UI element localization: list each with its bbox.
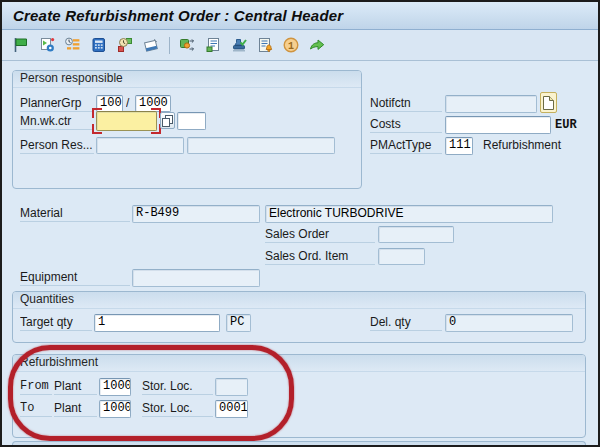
notifctn-field[interactable] (445, 95, 537, 113)
sap-window: Create Refurbishment Order : Central Hea… (0, 0, 600, 447)
document-card-icon (142, 36, 160, 54)
quantities-header: Quantities (13, 292, 585, 309)
calculate-costs-button[interactable] (89, 34, 109, 56)
order-settings-button[interactable] (37, 34, 57, 56)
material-description-field[interactable]: Electronic TURBODRIVE (265, 205, 553, 223)
copy-pages-icon (162, 115, 173, 127)
new-document-icon (543, 96, 554, 110)
content-area: Person responsible PlannerGrp 100 / 1000… (2, 61, 598, 445)
mnwkctr-field[interactable] (96, 111, 157, 131)
mnwkctr-multiselect-button[interactable] (160, 112, 175, 129)
component-structure-button[interactable] (177, 34, 197, 56)
svg-text:1: 1 (288, 41, 294, 52)
partial-groupbox-bottom (12, 441, 586, 445)
notifctn-label: Notifctn (370, 95, 442, 112)
continue-arrow-button[interactable] (307, 34, 327, 56)
person-res-field-1[interactable] (96, 137, 184, 154)
sales-order-label: Sales Order (265, 226, 375, 243)
plannergrp-separator: / (126, 95, 134, 112)
title-bar: Create Refurbishment Order : Central Hea… (2, 2, 598, 30)
sales-ord-item-label: Sales Ord. Item (265, 248, 375, 265)
target-qty-label: Target qty (20, 314, 92, 331)
equipment-label: Equipment (20, 269, 130, 286)
sales-order-field[interactable] (378, 226, 454, 243)
calculator-icon (90, 36, 108, 54)
application-toolbar: 1 (2, 30, 598, 61)
green-arrow-icon (308, 36, 326, 54)
create-notification-button[interactable] (540, 92, 557, 113)
toolbar-separator (169, 37, 170, 54)
costs-field[interactable] (445, 116, 551, 134)
mnwkctr-label: Mn.wk.ctr (20, 113, 94, 130)
approve-stamp-button[interactable] (229, 34, 249, 56)
pmacttype-label: PMActType (370, 137, 442, 154)
availability-check-icon (116, 36, 134, 54)
page-title: Create Refurbishment Order : Central Hea… (13, 7, 343, 24)
person-res-label: Person Res... (20, 137, 94, 154)
release-flag-icon (12, 36, 30, 54)
pmacttype-text: Refurbishment (483, 137, 598, 154)
material-field[interactable]: R-B499 (132, 205, 260, 223)
component-structure-icon (178, 36, 196, 54)
document-overview-button[interactable] (141, 34, 161, 56)
checklist-bell-icon (256, 36, 274, 54)
availability-check-button[interactable] (115, 34, 135, 56)
operation-overview-icon (64, 36, 82, 54)
equipment-field[interactable] (132, 269, 260, 287)
person-res-field-2[interactable] (187, 137, 335, 154)
order-settings-icon (38, 36, 56, 54)
log-icon (204, 36, 222, 54)
material-label: Material (20, 205, 130, 222)
first-operation-button[interactable]: 1 (281, 34, 301, 56)
person-responsible-header: Person responsible (13, 71, 361, 88)
plannergrp-field-1[interactable]: 100 (96, 95, 123, 112)
pmacttype-field[interactable]: 111 (445, 137, 473, 155)
target-qty-field[interactable]: 1 (94, 314, 220, 332)
approve-stamp-icon (230, 36, 248, 54)
number-one-badge-icon: 1 (282, 36, 300, 54)
currency-label: EUR (555, 118, 577, 132)
release-flag-button[interactable] (11, 34, 31, 56)
order-checklist-button[interactable] (255, 34, 275, 56)
log-button[interactable] (203, 34, 223, 56)
plannergrp-field-2[interactable]: 1000 (135, 95, 171, 112)
plannergrp-label: PlannerGrp (20, 95, 94, 112)
sales-ord-item-field[interactable] (378, 248, 425, 265)
operation-overview-button[interactable] (63, 34, 83, 56)
target-qty-unit-field[interactable]: PC (226, 314, 251, 332)
del-qty-field[interactable]: 0 (445, 314, 573, 332)
costs-label: Costs (370, 116, 442, 133)
red-circle-annotation (8, 345, 294, 441)
del-qty-label: Del. qty (370, 314, 442, 331)
mnwkctr-plant-field[interactable] (177, 112, 206, 130)
